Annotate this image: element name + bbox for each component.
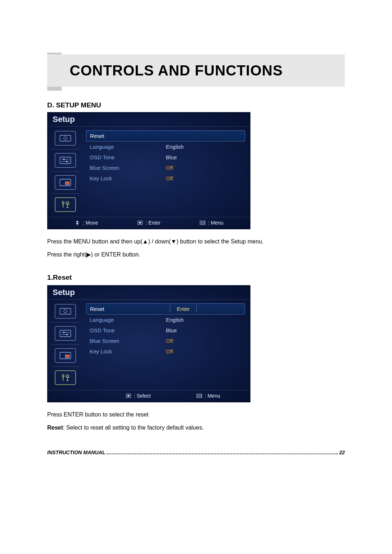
- menu-row-osd-tone[interactable]: OSD Tone Blue: [86, 152, 245, 163]
- section-heading: D. SETUP MENU: [47, 101, 345, 109]
- svg-rect-31: [63, 332, 65, 333]
- osd-footer: : Move : Enter : Menu: [48, 217, 250, 229]
- svg-rect-12: [65, 182, 69, 185]
- enter-icon: [137, 220, 143, 225]
- hint-enter: : Enter: [137, 220, 160, 226]
- footer-dots: [107, 454, 338, 454]
- menu-label: Reset: [90, 306, 166, 312]
- hint-menu: : Menu: [196, 393, 220, 399]
- osd-setup-menu: Setup Reset Language: [47, 112, 250, 229]
- menu-row-language[interactable]: Language English: [86, 315, 245, 325]
- instruction-line-2: Press the right(▶) or ENTER button.: [47, 249, 345, 260]
- menu-row-reset[interactable]: Reset Enter: [86, 303, 245, 315]
- hint-text: : Menu: [205, 393, 220, 399]
- pip-icon[interactable]: [55, 175, 76, 190]
- menu-value: English: [166, 317, 241, 323]
- osd-sidebar: [48, 300, 83, 390]
- hint-text: : Select: [134, 393, 151, 399]
- svg-rect-34: [65, 355, 69, 358]
- menu-value: Enter: [166, 306, 241, 312]
- menu-value: Off: [166, 175, 241, 181]
- hint-text: : Move: [83, 220, 98, 226]
- footer-label: INSTRUCTION MANUAL: [47, 450, 105, 455]
- menu-value: English: [166, 144, 241, 150]
- menu-label: OSD Tone: [90, 154, 166, 160]
- menu-label: Language: [90, 317, 166, 323]
- reset-desc-text: : Select to reset all setting to the fac…: [63, 424, 204, 431]
- svg-point-1: [64, 137, 67, 140]
- menu-row-blue-screen[interactable]: Blue Screen Off: [86, 163, 245, 173]
- sliders-icon[interactable]: [55, 153, 76, 168]
- osd-title: Setup: [53, 288, 75, 297]
- hint-text: : Menu: [208, 220, 224, 226]
- menu-label: Blue Screen: [90, 338, 166, 344]
- osd-header: Setup: [48, 112, 250, 127]
- tools-icon[interactable]: [55, 370, 76, 385]
- osd-footer: x : Select : Menu: [48, 390, 250, 402]
- updown-icon: [74, 220, 81, 225]
- menu-value: Blue: [166, 327, 241, 333]
- osd-menu-list: Reset Language English OSD Tone Blue Blu…: [83, 127, 250, 217]
- menu-label: Reset: [90, 133, 166, 139]
- menu-row-key-lock[interactable]: Key Lock Off: [86, 173, 245, 184]
- svg-marker-13: [76, 221, 79, 222]
- page-title: CONTROLS AND FUNCTIONS: [70, 62, 330, 79]
- hint-move: : Move: [74, 220, 98, 226]
- instruction-line-1: Press the MENU button and then up(▲) / d…: [47, 236, 345, 247]
- hint-menu: : Menu: [199, 220, 224, 226]
- page-footer: INSTRUCTION MANUAL 22: [47, 450, 345, 455]
- menu-icon: [199, 220, 206, 225]
- enter-icon: [125, 393, 132, 398]
- menu-value: Blue: [166, 154, 241, 160]
- menu-row-osd-tone[interactable]: OSD Tone Blue: [86, 325, 245, 336]
- svg-rect-6: [60, 157, 71, 164]
- instruction-line-3: Press ENTER button to select the reset: [47, 409, 345, 420]
- svg-rect-10: [66, 161, 68, 162]
- menu-row-language[interactable]: Language English: [86, 141, 245, 152]
- sub-heading-reset: 1.Reset: [47, 274, 345, 282]
- menu-value: Off: [166, 338, 241, 344]
- osd-title: Setup: [53, 115, 75, 124]
- page-title-banner: CONTROLS AND FUNCTIONS: [47, 54, 345, 87]
- menu-row-key-lock[interactable]: Key Lock Off: [86, 346, 245, 357]
- pip-icon[interactable]: [55, 348, 76, 363]
- menu-icon: [196, 393, 203, 398]
- osd-header: Setup: [48, 286, 250, 300]
- menu-value: Off: [166, 165, 241, 171]
- footer-page-number: 22: [339, 450, 345, 455]
- osd-setup-reset: Setup Reset Enter Lan: [47, 285, 250, 402]
- eco-icon[interactable]: [55, 131, 76, 145]
- menu-row-reset[interactable]: Reset: [86, 130, 245, 141]
- hint-select: : Select: [125, 393, 151, 399]
- menu-value: Off: [166, 348, 241, 354]
- osd-menu-list: Reset Enter Language English OSD Tone Bl…: [83, 300, 250, 390]
- menu-label: Blue Screen: [90, 165, 166, 171]
- reset-description: Reset: Select to reset all setting to th…: [47, 422, 345, 434]
- svg-point-23: [64, 310, 67, 313]
- hint-text: : Enter: [146, 220, 160, 226]
- svg-rect-16: [139, 222, 141, 223]
- reset-bold: Reset: [47, 424, 63, 431]
- menu-label: OSD Tone: [90, 327, 166, 333]
- menu-row-blue-screen[interactable]: Blue Screen Off: [86, 336, 245, 346]
- svg-rect-9: [63, 159, 65, 160]
- menu-label: Language: [90, 144, 166, 150]
- sliders-icon[interactable]: [55, 326, 76, 341]
- menu-label: Key Lock: [90, 348, 166, 354]
- tools-icon[interactable]: [55, 197, 76, 212]
- eco-icon[interactable]: [55, 304, 76, 319]
- svg-rect-32: [66, 334, 68, 335]
- menu-label: Key Lock: [90, 175, 166, 181]
- svg-rect-36: [127, 395, 130, 397]
- osd-sidebar: [48, 127, 83, 217]
- svg-marker-14: [76, 223, 79, 225]
- svg-rect-28: [60, 330, 71, 337]
